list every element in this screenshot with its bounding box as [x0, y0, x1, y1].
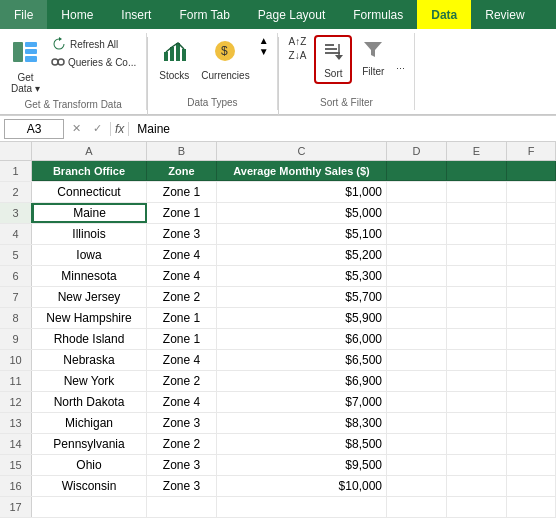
cell-e7[interactable]: [447, 287, 507, 307]
cell-c1[interactable]: Average Monthly Sales ($): [217, 161, 387, 181]
cell-e15[interactable]: [447, 455, 507, 475]
cell-a5[interactable]: Iowa: [32, 245, 147, 265]
cell-a8[interactable]: New Hampshire: [32, 308, 147, 328]
cell-e5[interactable]: [447, 245, 507, 265]
refresh-all-button[interactable]: Refresh All: [47, 35, 140, 53]
cell-d7[interactable]: [387, 287, 447, 307]
cell-c14[interactable]: $8,500: [217, 434, 387, 454]
cell-a13[interactable]: Michigan: [32, 413, 147, 433]
cell-d10[interactable]: [387, 350, 447, 370]
tab-file[interactable]: File: [0, 0, 47, 29]
cell-a15[interactable]: Ohio: [32, 455, 147, 475]
filter-button[interactable]: Filter: [354, 35, 392, 80]
tab-data[interactable]: Data: [417, 0, 471, 29]
cell-b8[interactable]: Zone 1: [147, 308, 217, 328]
cell-e10[interactable]: [447, 350, 507, 370]
cell-c13[interactable]: $8,300: [217, 413, 387, 433]
tab-home[interactable]: Home: [47, 0, 107, 29]
cell-f9[interactable]: [507, 329, 556, 349]
cell-c3[interactable]: $5,000: [217, 203, 387, 223]
cell-d13[interactable]: [387, 413, 447, 433]
cell-a14[interactable]: Pennsylvania: [32, 434, 147, 454]
cell-f7[interactable]: [507, 287, 556, 307]
col-header-c[interactable]: C: [217, 142, 387, 160]
tab-pagelayout[interactable]: Page Layout: [244, 0, 339, 29]
cell-a9[interactable]: Rhode Island: [32, 329, 147, 349]
name-box[interactable]: [4, 119, 64, 139]
stocks-button[interactable]: Stocks: [154, 35, 194, 84]
sort-za-button[interactable]: Z↓A: [285, 49, 311, 62]
cell-d8[interactable]: [387, 308, 447, 328]
cell-c5[interactable]: $5,200: [217, 245, 387, 265]
cell-b9[interactable]: Zone 1: [147, 329, 217, 349]
cell-f14[interactable]: [507, 434, 556, 454]
cell-d1[interactable]: [387, 161, 447, 181]
col-header-d[interactable]: D: [387, 142, 447, 160]
cell-d11[interactable]: [387, 371, 447, 391]
cell-e3[interactable]: [447, 203, 507, 223]
cell-a11[interactable]: New York: [32, 371, 147, 391]
cell-e13[interactable]: [447, 413, 507, 433]
cell-c4[interactable]: $5,100: [217, 224, 387, 244]
cell-f6[interactable]: [507, 266, 556, 286]
cell-f3[interactable]: [507, 203, 556, 223]
cell-d2[interactable]: [387, 182, 447, 202]
cell-b10[interactable]: Zone 4: [147, 350, 217, 370]
cell-a2[interactable]: Connecticut: [32, 182, 147, 202]
cell-c6[interactable]: $5,300: [217, 266, 387, 286]
cell-d9[interactable]: [387, 329, 447, 349]
cell-c17[interactable]: [217, 497, 387, 517]
cell-b13[interactable]: Zone 3: [147, 413, 217, 433]
col-header-e[interactable]: E: [447, 142, 507, 160]
cell-b6[interactable]: Zone 4: [147, 266, 217, 286]
cell-e4[interactable]: [447, 224, 507, 244]
formula-input[interactable]: [133, 122, 552, 136]
cell-b17[interactable]: [147, 497, 217, 517]
cell-e14[interactable]: [447, 434, 507, 454]
cell-b1[interactable]: Zone: [147, 161, 217, 181]
cell-f12[interactable]: [507, 392, 556, 412]
cell-f4[interactable]: [507, 224, 556, 244]
cell-c12[interactable]: $7,000: [217, 392, 387, 412]
reapply-button[interactable]: ⋮: [394, 35, 408, 75]
cell-b4[interactable]: Zone 3: [147, 224, 217, 244]
tab-review[interactable]: Review: [471, 0, 538, 29]
cell-f8[interactable]: [507, 308, 556, 328]
cell-c15[interactable]: $9,500: [217, 455, 387, 475]
cell-d16[interactable]: [387, 476, 447, 496]
cell-a16[interactable]: Wisconsin: [32, 476, 147, 496]
cell-b5[interactable]: Zone 4: [147, 245, 217, 265]
sort-az-button[interactable]: A↑Z: [285, 35, 311, 48]
currencies-button[interactable]: $ Currencies: [196, 35, 254, 84]
col-header-a[interactable]: A: [32, 142, 147, 160]
cell-a10[interactable]: Nebraska: [32, 350, 147, 370]
col-header-f[interactable]: F: [507, 142, 556, 160]
cell-a1[interactable]: Branch Office: [32, 161, 147, 181]
cell-c16[interactable]: $10,000: [217, 476, 387, 496]
cell-f10[interactable]: [507, 350, 556, 370]
cell-f13[interactable]: [507, 413, 556, 433]
cancel-formula-icon[interactable]: ✕: [68, 122, 85, 135]
cell-a12[interactable]: North Dakota: [32, 392, 147, 412]
cell-b16[interactable]: Zone 3: [147, 476, 217, 496]
cell-a4[interactable]: Illinois: [32, 224, 147, 244]
cell-c7[interactable]: $5,700: [217, 287, 387, 307]
cell-b11[interactable]: Zone 2: [147, 371, 217, 391]
expand-data-types-button[interactable]: ▲: [259, 35, 269, 46]
cell-b14[interactable]: Zone 2: [147, 434, 217, 454]
cell-d12[interactable]: [387, 392, 447, 412]
cell-d6[interactable]: [387, 266, 447, 286]
cell-d14[interactable]: [387, 434, 447, 454]
cell-f15[interactable]: [507, 455, 556, 475]
sort-button[interactable]: Sort: [314, 35, 352, 84]
cell-a17[interactable]: [32, 497, 147, 517]
tab-formtab[interactable]: Form Tab: [165, 0, 243, 29]
cell-e6[interactable]: [447, 266, 507, 286]
cell-b7[interactable]: Zone 2: [147, 287, 217, 307]
cell-f17[interactable]: [507, 497, 556, 517]
cell-d3[interactable]: [387, 203, 447, 223]
confirm-formula-icon[interactable]: ✓: [89, 122, 106, 135]
cell-e1[interactable]: [447, 161, 507, 181]
tab-insert[interactable]: Insert: [107, 0, 165, 29]
tab-formulas[interactable]: Formulas: [339, 0, 417, 29]
